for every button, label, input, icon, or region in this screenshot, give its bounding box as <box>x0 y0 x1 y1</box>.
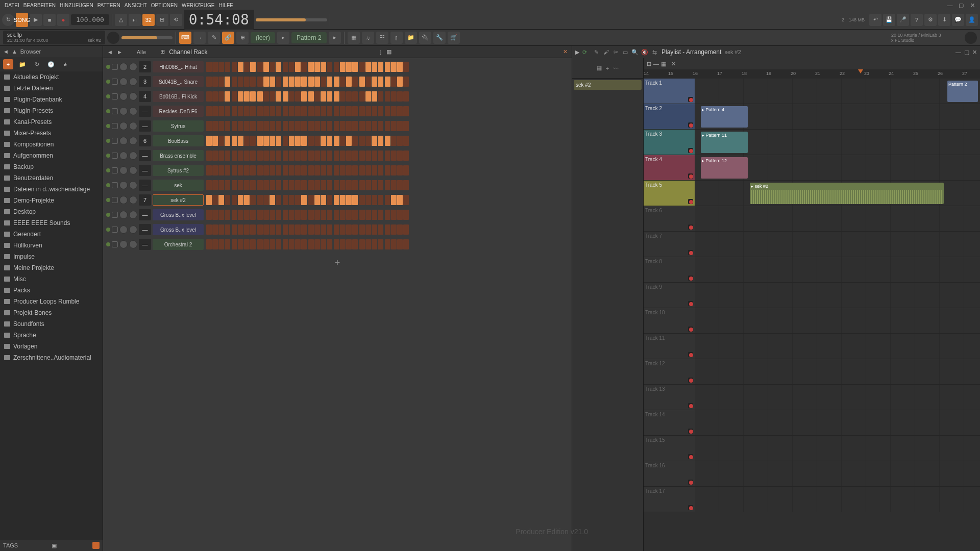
channel-number[interactable]: — <box>139 150 151 161</box>
track-rec-button[interactable] <box>689 251 693 255</box>
step-cell[interactable] <box>225 121 230 131</box>
step-cell[interactable] <box>321 121 326 131</box>
step-cell[interactable] <box>397 195 403 205</box>
step-cell[interactable] <box>403 210 409 220</box>
track-header[interactable]: Track 12 <box>644 359 695 384</box>
step-cell[interactable] <box>218 224 224 235</box>
step-cell[interactable] <box>295 91 301 102</box>
step-cell[interactable] <box>397 106 403 116</box>
step-cell[interactable] <box>378 91 383 102</box>
step-cell[interactable] <box>238 62 243 72</box>
step-cell[interactable] <box>263 136 269 146</box>
step-cell[interactable] <box>327 121 332 131</box>
pl-close-picker-button[interactable]: ✕ <box>671 61 676 67</box>
step-cell[interactable] <box>225 195 230 205</box>
step-cell[interactable] <box>238 239 243 249</box>
pattern-next2-button[interactable]: ▸ <box>329 32 341 44</box>
step-cell[interactable] <box>352 195 358 205</box>
step-cell[interactable] <box>321 77 326 87</box>
step-cell[interactable] <box>334 121 339 131</box>
step-cell[interactable] <box>308 224 314 235</box>
channel-pan-knob[interactable] <box>119 78 128 86</box>
track-lane[interactable] <box>695 334 980 359</box>
step-cell[interactable] <box>276 165 281 176</box>
step-cell[interactable] <box>238 224 243 235</box>
step-cell[interactable] <box>276 180 281 190</box>
step-cell[interactable] <box>365 121 371 131</box>
step-cell[interactable] <box>385 77 390 87</box>
step-cell[interactable] <box>289 210 295 220</box>
step-cell[interactable] <box>327 195 332 205</box>
step-cell[interactable] <box>270 195 275 205</box>
step-cell[interactable] <box>334 77 339 87</box>
step-cell[interactable] <box>244 77 250 87</box>
step-cell[interactable] <box>391 91 397 102</box>
track-rec-button[interactable] <box>689 149 693 153</box>
channel-pan-knob[interactable] <box>119 63 128 71</box>
step-cell[interactable] <box>295 210 301 220</box>
step-cell[interactable] <box>359 136 365 146</box>
step-cell[interactable] <box>385 91 390 102</box>
channel-name-button[interactable]: Sytrus <box>153 120 204 132</box>
step-cell[interactable] <box>327 210 332 220</box>
step-cell[interactable] <box>403 151 409 161</box>
step-cell[interactable] <box>244 165 250 176</box>
view-channelrack-button[interactable]: ☷ <box>376 32 388 44</box>
step-cell[interactable] <box>378 239 383 249</box>
step-cell[interactable] <box>244 121 250 131</box>
step-cell[interactable] <box>308 91 314 102</box>
step-cell[interactable] <box>397 180 403 190</box>
step-cell[interactable] <box>334 239 339 249</box>
browser-item[interactable]: Aufgenommen <box>0 150 103 161</box>
panic-button[interactable]: ↻ <box>2 14 14 26</box>
channel-led[interactable] <box>106 213 110 217</box>
minimize-button[interactable]: — <box>945 2 954 9</box>
step-cell[interactable] <box>289 151 295 161</box>
step-cell[interactable] <box>289 62 295 72</box>
menu-bearbeiten[interactable]: BEARBEITEN <box>22 2 57 9</box>
step-cell[interactable] <box>378 210 383 220</box>
step-cell[interactable] <box>238 151 243 161</box>
step-cell[interactable] <box>397 121 403 131</box>
step-cell[interactable] <box>218 91 224 102</box>
channel-led[interactable] <box>106 94 110 98</box>
track-header[interactable]: Track 9 <box>644 283 695 308</box>
step-cell[interactable] <box>365 165 371 176</box>
step-cell[interactable] <box>334 180 339 190</box>
step-cell[interactable] <box>352 210 358 220</box>
browser-item[interactable]: Soundfonts <box>0 318 103 330</box>
step-cell[interactable] <box>244 180 250 190</box>
track-header[interactable]: Track 10 <box>644 308 695 333</box>
step-cell[interactable] <box>283 91 288 102</box>
track-rec-button[interactable] <box>689 430 693 434</box>
step-cell[interactable] <box>359 62 365 72</box>
channel-name-button[interactable]: Brass ensemble <box>153 150 204 161</box>
step-cell[interactable] <box>212 180 218 190</box>
step-cell[interactable] <box>314 195 320 205</box>
step-cell[interactable] <box>403 180 409 190</box>
song-mode-button[interactable]: SONG <box>16 13 28 27</box>
browser-item[interactable]: Demo-Projekte <box>0 195 103 206</box>
step-cell[interactable] <box>250 180 256 190</box>
step-cell[interactable] <box>257 210 263 220</box>
step-cell[interactable] <box>359 91 365 102</box>
step-cell[interactable] <box>276 136 281 146</box>
step-cell[interactable] <box>257 91 263 102</box>
step-cell[interactable] <box>244 151 250 161</box>
track-lane[interactable]: Pattern 2 <box>695 79 980 104</box>
step-cell[interactable] <box>301 195 307 205</box>
step-cell[interactable] <box>283 224 288 235</box>
step-cell[interactable] <box>352 77 358 87</box>
track-lane[interactable] <box>695 308 980 333</box>
cr-nav-left[interactable]: ◄ <box>107 49 113 55</box>
step-cell[interactable] <box>359 151 365 161</box>
channel-mute[interactable] <box>112 79 118 85</box>
step-cell[interactable] <box>218 121 224 131</box>
step-cell[interactable] <box>283 151 288 161</box>
step-cell[interactable] <box>391 151 397 161</box>
step-cell[interactable] <box>270 151 275 161</box>
pl-min-button[interactable]: — <box>955 49 961 55</box>
step-cell[interactable] <box>212 77 218 87</box>
step-cell[interactable] <box>250 224 256 235</box>
channel-mute[interactable] <box>112 153 118 159</box>
